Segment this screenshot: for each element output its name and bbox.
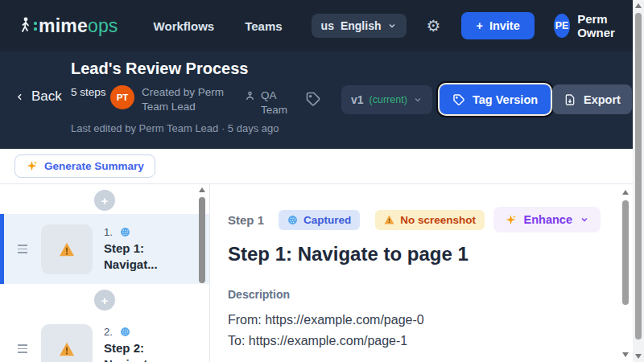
version-selector[interactable]: v1 (current)	[341, 85, 432, 114]
dotted-globe-icon	[120, 327, 130, 337]
step-number: 2.	[104, 326, 113, 338]
step-heading: Step 1: Navigate to page 1	[228, 243, 601, 265]
language-label: English	[341, 19, 382, 32]
description-text: From: https://example.com/page-0 To: htt…	[228, 310, 601, 352]
step-list-item-2[interactable]: 2. Step 2: Navigat...	[0, 314, 209, 362]
step-title: Step 2: Navigat...	[104, 340, 158, 362]
version-value: v1	[351, 93, 364, 106]
chevron-down-icon	[413, 95, 423, 105]
team-info: QA Team	[244, 88, 295, 117]
chevron-down-icon	[580, 215, 589, 224]
user-menu[interactable]: PE Perm Owner	[554, 12, 640, 39]
dotted-globe-icon	[287, 215, 298, 225]
person-network-icon	[244, 90, 256, 102]
scroll-up-arrow[interactable]	[199, 187, 205, 192]
sparkle-icon	[505, 214, 517, 226]
warning-triangle-icon	[384, 215, 394, 224]
nav-link-workflows[interactable]: Workflows	[154, 19, 215, 33]
version-status: (current)	[369, 94, 407, 105]
generate-summary-button[interactable]: Generate Summary	[14, 154, 155, 178]
avatar: PE	[554, 14, 570, 38]
sidebar-scrollbar[interactable]	[197, 184, 207, 362]
logo-text: mimeops	[39, 15, 118, 37]
scroll-up-arrow[interactable]	[622, 190, 629, 195]
page-scrollbar[interactable]	[633, 0, 644, 362]
step-thumbnail	[41, 324, 93, 362]
back-button[interactable]: Back	[14, 88, 62, 105]
creator-label: Created by Perm Team Lead	[142, 85, 240, 114]
page-title: Lead's Review Process	[71, 60, 248, 78]
tag-icon	[305, 91, 321, 107]
scrollbar-thumb[interactable]	[622, 200, 629, 305]
step-thumbnail	[41, 224, 93, 274]
warning-triangle-icon	[59, 342, 75, 356]
steps-sidebar: + 1. Step 1:	[0, 184, 210, 362]
language-selector[interactable]: us English	[312, 14, 407, 38]
file-export-icon	[564, 93, 576, 106]
drag-handle-icon[interactable]	[18, 245, 27, 253]
step-list-item-1[interactable]: 1. Step 1: Navigat...	[0, 214, 209, 284]
plus-icon: +	[476, 19, 482, 32]
description-label: Description	[228, 288, 601, 301]
step-number: 1.	[104, 226, 113, 238]
tag-icon	[452, 93, 465, 106]
add-step-button[interactable]: +	[94, 290, 115, 311]
invite-button[interactable]: + Invite	[461, 12, 534, 39]
drag-handle-icon[interactable]	[18, 344, 27, 353]
dotted-globe-icon	[120, 227, 130, 237]
chevron-left-icon	[14, 92, 25, 102]
creator-info: PT Created by Perm Team Lead	[110, 85, 240, 114]
team-label: QA Team	[261, 88, 295, 117]
sparkle-icon	[26, 160, 38, 172]
captured-badge: Captured	[279, 210, 360, 230]
nav-link-teams[interactable]: Teams	[245, 19, 282, 33]
language-flag: us	[321, 19, 334, 32]
nav-links: Workflows Teams	[154, 19, 283, 33]
steps-count: 5 steps	[71, 84, 106, 101]
step-title: Step 1: Navigat...	[104, 241, 158, 273]
process-header: Lead's Review Process Back 5 steps PT Cr…	[0, 51, 633, 149]
badge-row: Step 1 Captured No screenshot	[228, 207, 601, 232]
scroll-down-arrow[interactable]	[635, 354, 642, 359]
scrollbar-thumb[interactable]	[199, 197, 205, 283]
add-step-button[interactable]: +	[94, 190, 115, 211]
user-name: Perm Owner	[577, 12, 625, 39]
logo[interactable]: mimeops	[19, 15, 118, 37]
top-navbar: mimeops Workflows Teams us English ⚙ + I…	[0, 0, 633, 51]
enhance-button[interactable]: Enhance	[493, 207, 601, 232]
export-button[interactable]: Export	[552, 84, 632, 114]
scrollbar-thumb[interactable]	[635, 13, 642, 339]
app-window: mimeops Workflows Teams us English ⚙ + I…	[0, 0, 644, 362]
chevron-down-icon	[387, 21, 397, 31]
warning-triangle-icon	[59, 242, 75, 257]
gear-icon[interactable]: ⚙	[426, 18, 440, 34]
summary-toolbar: Generate Summary	[0, 149, 633, 184]
walking-person-icon	[19, 16, 37, 35]
step-detail-panel: Step 1 Captured No screenshot	[211, 184, 633, 362]
step-label: Step 1	[228, 213, 264, 227]
scroll-up-arrow[interactable]	[635, 3, 642, 8]
content-scrollbar[interactable]	[621, 184, 630, 362]
scroll-down-arrow[interactable]	[622, 352, 629, 357]
no-screenshot-badge: No screenshot	[375, 210, 485, 230]
last-edited-text: Last edited by Perm Team Lead · 5 days a…	[71, 122, 279, 134]
creator-avatar: PT	[110, 85, 134, 109]
tag-version-button[interactable]: Tag Version	[440, 84, 551, 114]
